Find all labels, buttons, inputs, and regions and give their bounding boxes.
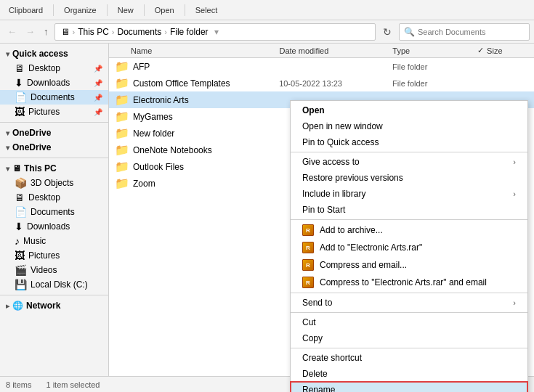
sidebar-item-desktop-pc[interactable]: 🖥 Desktop — [0, 190, 108, 205]
sidebar-item-3d-label: 3D Objects — [31, 178, 73, 188]
sidebar-item-desktop-pc-label: Desktop — [28, 192, 60, 203]
refresh-button[interactable]: ↻ — [379, 25, 396, 39]
sidebar-item-documents-pc-label: Documents — [31, 207, 75, 217]
path-dropdown-icon[interactable]: ▾ — [214, 27, 219, 37]
sidebar-item-documents-qa[interactable]: 📄 Documents 📌 — [0, 90, 108, 105]
sidebar-item-documents-pc[interactable]: 📄 Documents — [0, 205, 108, 219]
ctx-cut[interactable]: Cut — [291, 314, 527, 330]
sidebar-onedrive1-header[interactable]: ▾ OneDrive — [0, 126, 108, 140]
sidebar-onedrive2-header[interactable]: ▾ OneDrive — [0, 140, 108, 155]
ctx-divider4 — [291, 312, 527, 313]
file-name-ea: 📁 Electronic Arts — [109, 93, 279, 107]
ctx-pin-quick-access[interactable]: Pin to Quick access — [291, 134, 527, 150]
folder-icon: 📁 — [115, 126, 129, 140]
forward-button[interactable]: → — [23, 25, 38, 38]
path-file-folder[interactable]: File folder — [170, 27, 209, 37]
ctx-open[interactable]: Open — [291, 102, 527, 118]
table-row[interactable]: 📁 Custom Office Templates 10-05-2022 13:… — [109, 75, 534, 91]
sidebar-quick-access-header[interactable]: ▾ Quick access — [0, 46, 108, 61]
status-selected: 1 item selected — [46, 380, 100, 389]
address-path[interactable]: 🖥 › This PC › Documents › File folder ▾ — [54, 23, 376, 41]
toolbar-select-btn[interactable]: Select — [191, 4, 222, 16]
toolbar-clipboard-btn[interactable]: Clipboard — [4, 4, 47, 16]
file-name-cot: 📁 Custom Office Templates — [109, 76, 279, 90]
ctx-include-library[interactable]: Include in library › — [291, 186, 527, 202]
sidebar-network-header[interactable]: ▸ 🌐 Network — [0, 298, 108, 313]
sidebar-item-desktop-qa[interactable]: 🖥 Desktop 📌 — [0, 61, 108, 75]
ctx-open-new-window[interactable]: Open in new window — [291, 118, 527, 134]
file-name-afp: 📁 AFP — [109, 60, 279, 73]
search-box[interactable]: 🔍 — [399, 23, 530, 41]
toolbar-organize-btn[interactable]: Organize — [60, 4, 101, 16]
documents-pc-icon: 📄 — [15, 206, 27, 218]
rar-icon1: R — [302, 224, 314, 236]
3d-objects-icon: 📦 — [15, 177, 27, 189]
ctx-add-archive[interactable]: R Add to archive... — [291, 221, 527, 239]
network-label: Network — [26, 301, 60, 311]
sidebar-item-3d-objects[interactable]: 📦 3D Objects — [0, 176, 108, 190]
sidebar-item-music[interactable]: ♪ Music — [0, 234, 108, 248]
up-button[interactable]: ↑ — [41, 25, 52, 38]
sidebar-item-pictures-pc[interactable]: 🖼 Pictures — [0, 248, 108, 263]
col-header-type[interactable]: Type — [392, 46, 477, 55]
ctx-compress-rar-email[interactable]: R Compress to "Electronic Arts.rar" and … — [291, 274, 527, 291]
network-arrow: ▸ — [6, 302, 9, 310]
table-row[interactable]: 📁 AFP File folder — [109, 58, 534, 75]
ctx-add-rar-label: Add to "Electronic Arts.rar" — [320, 242, 422, 253]
ctx-delete[interactable]: Delete — [291, 366, 527, 382]
folder-icon: 📁 — [115, 60, 129, 73]
rar-icon2: R — [302, 242, 314, 253]
path-home-icon: 🖥 — [61, 27, 70, 37]
sidebar-item-videos[interactable]: 🎬 Videos — [0, 263, 108, 277]
ctx-copy[interactable]: Copy — [291, 330, 527, 346]
onedrive1-label: OneDrive — [12, 128, 51, 138]
music-icon: ♪ — [15, 235, 20, 247]
pin-icon: 📌 — [94, 65, 102, 73]
toolbar-open-btn[interactable]: Open — [150, 4, 179, 16]
path-sep1: › — [73, 28, 76, 36]
sidebar-item-downloads-qa-label: Downloads — [27, 78, 70, 88]
ctx-send-to[interactable]: Send to › — [291, 295, 527, 311]
toolbar-new-btn[interactable]: New — [113, 4, 138, 16]
downloads-pc-icon: ⬇ — [15, 221, 23, 232]
col-header-name[interactable]: Name — [109, 46, 279, 55]
sidebar-thispc-header[interactable]: ▾ 🖥 This PC — [0, 161, 108, 176]
ctx-compress-email-label: Compress and email... — [320, 260, 407, 270]
ctx-compress-rar-email-label: Compress to "Electronic Arts.rar" and em… — [320, 277, 487, 287]
col-size-checkmark: ✓ — [477, 46, 484, 55]
ctx-give-access[interactable]: Give access to › — [291, 154, 527, 170]
ctx-compress-email[interactable]: R Compress and email... — [291, 256, 527, 274]
quick-access-label: Quick access — [12, 49, 68, 59]
sidebar-item-documents-qa-label: Documents — [31, 92, 75, 102]
documents-icon: 📄 — [15, 91, 27, 103]
ctx-give-access-label: Give access to — [302, 157, 360, 167]
path-this-pc[interactable]: This PC — [78, 27, 109, 37]
thispc-label: 🖥 — [12, 163, 21, 173]
folder-icon: 📁 — [115, 160, 129, 173]
col-header-date[interactable]: Date modified — [279, 46, 392, 55]
sidebar-item-downloads-pc[interactable]: ⬇ Downloads — [0, 219, 108, 234]
col-header-size[interactable]: ✓ Size — [477, 46, 534, 55]
ctx-create-shortcut[interactable]: Create shortcut — [291, 350, 527, 366]
sidebar-item-videos-label: Videos — [31, 265, 57, 275]
downloads-icon: ⬇ — [15, 77, 23, 89]
ctx-rename[interactable]: Rename — [291, 382, 527, 392]
sidebar-item-pictures-qa-label: Pictures — [28, 107, 60, 117]
toolbar: Clipboard Organize New Open Select — [0, 0, 534, 20]
sidebar-item-local-disk[interactable]: 💾 Local Disk (C:) — [0, 277, 108, 292]
sidebar-item-downloads-qa[interactable]: ⬇ Downloads 📌 — [0, 75, 108, 90]
path-documents[interactable]: Documents — [118, 27, 162, 37]
folder-icon: 📁 — [115, 76, 129, 90]
desktop-icon: 🖥 — [15, 62, 25, 74]
sidebar-divider2 — [0, 158, 108, 158]
address-bar: ← → ↑ 🖥 › This PC › Documents › File fol… — [0, 20, 534, 44]
ctx-send-to-arrow: › — [513, 298, 516, 307]
network-icon: 🌐 — [12, 301, 23, 311]
ctx-restore-versions[interactable]: Restore previous versions — [291, 170, 527, 186]
search-input[interactable] — [418, 28, 525, 36]
ctx-divider3 — [291, 293, 527, 293]
ctx-add-rar[interactable]: R Add to "Electronic Arts.rar" — [291, 239, 527, 256]
back-button[interactable]: ← — [4, 25, 20, 38]
sidebar-item-pictures-qa[interactable]: 🖼 Pictures 📌 — [0, 105, 108, 119]
ctx-pin-start[interactable]: Pin to Start — [291, 202, 527, 218]
